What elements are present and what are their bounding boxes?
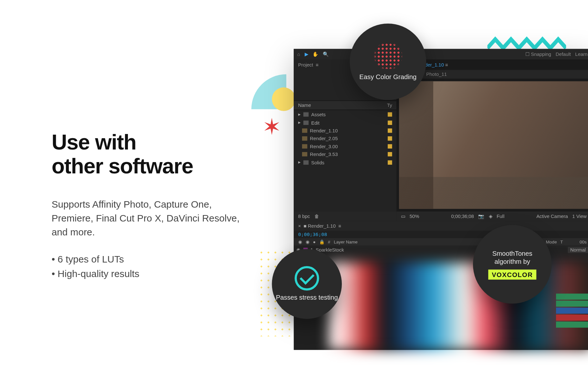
dot-matrix-icon xyxy=(373,43,403,69)
project-columns: Name Ty xyxy=(294,100,396,110)
project-footer: 8 bpc🗑 xyxy=(294,211,396,221)
marketing-copy: Use with other software Supports Affinit… xyxy=(52,130,240,281)
badge-stress-test: Passes stress testing xyxy=(272,249,342,319)
timecode[interactable]: 0;00;36;08 xyxy=(294,231,588,238)
badge-voxcolor: SmoothTones algorithm by VOXCOLOR xyxy=(473,225,552,304)
project-item-folder[interactable]: ▸Solids xyxy=(294,158,396,167)
project-panel-title: Project xyxy=(298,62,313,67)
headline: Use with other software xyxy=(52,130,240,178)
selection-tool-icon[interactable]: ▶ xyxy=(305,51,308,57)
badge-color-grading: Easy Color Grading xyxy=(350,24,426,100)
check-icon xyxy=(295,266,319,291)
composition-panel: osition Render_1.10 ≡ ‹ Part_1 ‹ Photo_1… xyxy=(396,59,588,221)
voxcolor-brand: VOXCOLOR xyxy=(488,269,536,280)
deco-star-icon: ✶ xyxy=(262,114,282,140)
project-item-comp[interactable]: Render_1.10 xyxy=(294,127,396,134)
project-item-comp[interactable]: Render_3.53 xyxy=(294,150,396,158)
timeline-tracks xyxy=(556,294,588,328)
app-toolbar[interactable]: ⌂ ▶ ✋ 🔍 ☐ Snapping Default Learn xyxy=(294,49,588,59)
hand-tool-icon[interactable]: ✋ xyxy=(312,51,319,57)
project-item-folder[interactable]: ▸Edit xyxy=(294,119,396,127)
bullet: High-quality results xyxy=(52,267,240,281)
home-icon[interactable]: ⌂ xyxy=(297,52,300,57)
zoom-tool-icon[interactable]: 🔍 xyxy=(323,51,329,57)
project-items[interactable]: ▸Assets ▸Edit Render_1.10 Render_2.05 Re… xyxy=(294,110,396,211)
viewer-footer[interactable]: ▭50% 0;00;36;08 📷◈ Full Active Camera 1 … xyxy=(396,211,588,221)
project-item-comp[interactable]: Render_2.05 xyxy=(294,135,396,142)
subcopy: Supports Affinity Photo, Capture One, Pr… xyxy=(52,197,240,239)
bullet: 6 types of LUTs xyxy=(52,252,240,267)
breadcrumb[interactable]: ‹ Part_1 ‹ Photo_11 xyxy=(396,70,588,78)
deco-sun xyxy=(272,88,296,111)
project-item-folder[interactable]: ▸Assets xyxy=(294,110,396,119)
composition-viewer[interactable] xyxy=(399,81,588,209)
project-item-comp[interactable]: Render_3.00 xyxy=(294,142,396,150)
